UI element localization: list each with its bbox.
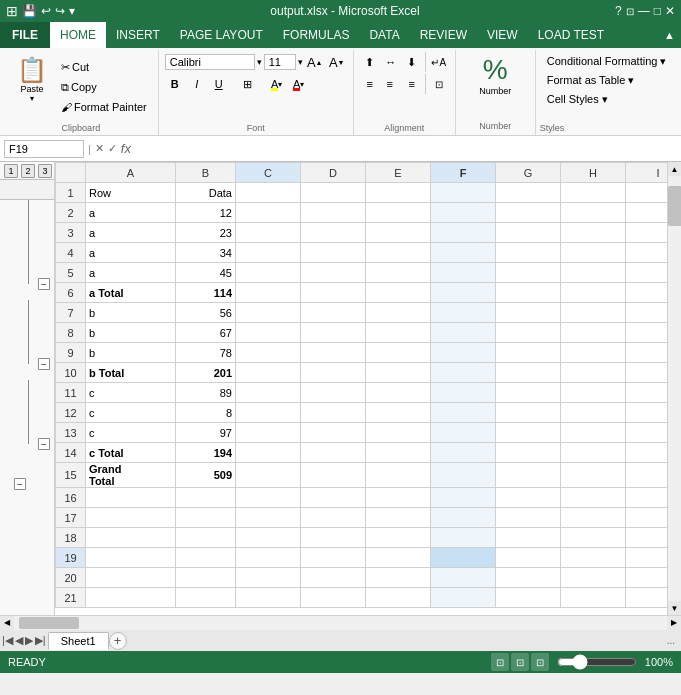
first-sheet-btn[interactable]: |◀ [2, 634, 13, 647]
cell-D14[interactable] [301, 443, 366, 463]
font-size-dropdown-icon[interactable]: ▾ [298, 57, 303, 67]
cell-C10[interactable] [236, 363, 301, 383]
cell-I8[interactable] [626, 323, 668, 343]
undo-icon[interactable]: ↩ [41, 4, 51, 18]
cancel-formula-icon[interactable]: ✕ [95, 142, 104, 155]
cell-I1[interactable] [626, 183, 668, 203]
cell-G18[interactable] [496, 528, 561, 548]
cell-H3[interactable] [561, 223, 626, 243]
view-menu[interactable]: VIEW [477, 22, 528, 48]
col-header-I[interactable]: I [626, 163, 668, 183]
cell-B18[interactable] [176, 528, 236, 548]
cell-I14[interactable] [626, 443, 668, 463]
cell-G7[interactable] [496, 303, 561, 323]
cell-H17[interactable] [561, 508, 626, 528]
col-header-F-placeholder[interactable]: C [236, 163, 301, 183]
cell-F13[interactable] [431, 423, 496, 443]
cell-I9[interactable] [626, 343, 668, 363]
row-num-14[interactable]: 14 [56, 443, 86, 463]
cell-B9[interactable]: 78 [176, 343, 236, 363]
cell-I6[interactable] [626, 283, 668, 303]
font-name-dropdown-icon[interactable]: ▾ [257, 57, 262, 67]
cell-H1[interactable] [561, 183, 626, 203]
name-box[interactable] [4, 140, 84, 158]
cell-I18[interactable] [626, 528, 668, 548]
cell-G20[interactable] [496, 568, 561, 588]
cell-A1[interactable]: Row [86, 183, 176, 203]
cell-G17[interactable] [496, 508, 561, 528]
cell-F5[interactable] [431, 263, 496, 283]
cell-C9[interactable] [236, 343, 301, 363]
cell-D2[interactable] [301, 203, 366, 223]
cell-G16[interactable] [496, 488, 561, 508]
cell-G15[interactable] [496, 463, 561, 488]
page-layout-view-btn[interactable]: ⊡ [511, 653, 529, 671]
increase-font-size-button[interactable]: A▲ [305, 52, 325, 72]
cell-I10[interactable] [626, 363, 668, 383]
cell-C18[interactable] [236, 528, 301, 548]
redo-icon[interactable]: ↪ [55, 4, 65, 18]
cell-E4[interactable] [366, 243, 431, 263]
align-bottom-button[interactable]: ⬇ [402, 52, 422, 72]
row-num-12[interactable]: 12 [56, 403, 86, 423]
cell-G1[interactable] [496, 183, 561, 203]
cell-I13[interactable] [626, 423, 668, 443]
fill-color-button[interactable]: A ▾ [267, 74, 287, 94]
col-header-G[interactable]: G [496, 163, 561, 183]
cell-B21[interactable] [176, 588, 236, 608]
cell-C7[interactable] [236, 303, 301, 323]
cell-A4[interactable]: a [86, 243, 176, 263]
cell-H6[interactable] [561, 283, 626, 303]
home-menu[interactable]: HOME [50, 22, 106, 48]
cell-C20[interactable] [236, 568, 301, 588]
cell-F7[interactable] [431, 303, 496, 323]
cell-I21[interactable] [626, 588, 668, 608]
cell-C13[interactable] [236, 423, 301, 443]
cell-B5[interactable]: 45 [176, 263, 236, 283]
cell-C21[interactable] [236, 588, 301, 608]
cell-D5[interactable] [301, 263, 366, 283]
cell-A2[interactable]: a [86, 203, 176, 223]
sheet-tab-1[interactable]: Sheet1 [48, 632, 109, 650]
cell-C11[interactable] [236, 383, 301, 403]
cell-C15[interactable] [236, 463, 301, 488]
maximize-btn[interactable]: □ [654, 4, 661, 18]
cell-H21[interactable] [561, 588, 626, 608]
row-num-6[interactable]: 6 [56, 283, 86, 303]
ribbon-collapse-icon[interactable]: ▲ [664, 29, 675, 41]
cell-B7[interactable]: 56 [176, 303, 236, 323]
scroll-up[interactable]: ▲ [668, 162, 682, 176]
cell-E15[interactable] [366, 463, 431, 488]
cell-C5[interactable] [236, 263, 301, 283]
cell-B1[interactable]: Data [176, 183, 236, 203]
cell-E7[interactable] [366, 303, 431, 323]
fill-color-dropdown[interactable]: ▾ [278, 80, 282, 89]
cell-I3[interactable] [626, 223, 668, 243]
cell-C8[interactable] [236, 323, 301, 343]
cell-H5[interactable] [561, 263, 626, 283]
collapse-b-group[interactable]: − [38, 358, 50, 370]
cell-I15[interactable] [626, 463, 668, 488]
cell-D9[interactable] [301, 343, 366, 363]
col-header-E[interactable]: E [366, 163, 431, 183]
row-num-9[interactable]: 9 [56, 343, 86, 363]
save-icon[interactable]: 💾 [22, 4, 37, 18]
cell-H14[interactable] [561, 443, 626, 463]
next-sheet-btn[interactable]: ▶ [25, 634, 33, 647]
cell-A3[interactable]: a [86, 223, 176, 243]
outline-level-3[interactable]: 3 [38, 164, 52, 178]
more-qa-icon[interactable]: ▾ [69, 4, 75, 18]
cell-E11[interactable] [366, 383, 431, 403]
cell-B19[interactable] [176, 548, 236, 568]
cell-F6[interactable] [431, 283, 496, 303]
cell-A17[interactable] [86, 508, 176, 528]
cut-button[interactable]: ✂ Cut [56, 58, 152, 77]
cell-D10[interactable] [301, 363, 366, 383]
align-left-button[interactable]: ≡ [360, 74, 380, 94]
cell-F14[interactable] [431, 443, 496, 463]
cell-A8[interactable]: b [86, 323, 176, 343]
cell-F9[interactable] [431, 343, 496, 363]
cell-I4[interactable] [626, 243, 668, 263]
cell-D13[interactable] [301, 423, 366, 443]
cell-G13[interactable] [496, 423, 561, 443]
